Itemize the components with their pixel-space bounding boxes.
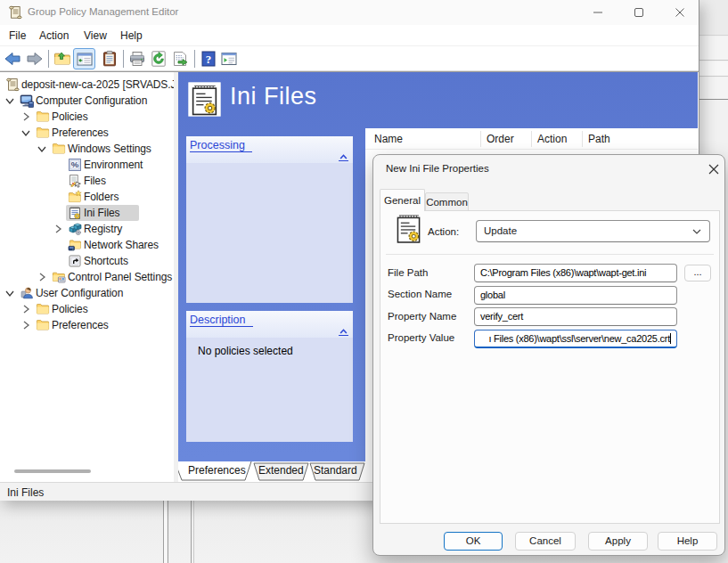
browse-button[interactable]: ... xyxy=(684,265,711,282)
tree-item-label: Files xyxy=(84,175,106,187)
tab-extended[interactable]: Extended xyxy=(258,464,304,477)
back-icon[interactable] xyxy=(4,50,21,68)
column-separator[interactable] xyxy=(531,131,532,147)
menu-action[interactable]: Action xyxy=(39,29,69,42)
tree-item-control-panel-settings[interactable]: Control Panel Settings xyxy=(0,269,174,285)
new-window-icon[interactable] xyxy=(220,50,238,68)
column-separator[interactable] xyxy=(480,131,481,147)
chevron-down-icon[interactable] xyxy=(4,95,15,106)
chevron-right-icon[interactable] xyxy=(20,320,31,330)
menu-view[interactable]: View xyxy=(84,29,107,42)
help-button[interactable]: Help xyxy=(658,532,717,551)
background-window-edge xyxy=(193,501,194,563)
refresh-icon[interactable] xyxy=(150,50,168,68)
processing-link[interactable]: Processing xyxy=(190,139,252,152)
help-icon[interactable]: ? xyxy=(200,50,217,68)
column-name[interactable]: Name xyxy=(374,133,403,145)
forward-icon[interactable] xyxy=(26,50,44,68)
tree-item-preferences[interactable]: Preferences xyxy=(0,317,174,333)
column-separator[interactable] xyxy=(582,131,583,147)
background-right-segment xyxy=(699,0,728,36)
column-path[interactable]: Path xyxy=(588,133,610,145)
console-tree-pane[interactable]: deposit-new-ca-2025 [SRVADS.J Computer C… xyxy=(0,72,174,482)
tab-standard[interactable]: Standard xyxy=(314,464,357,477)
tab-preferences[interactable]: Preferences xyxy=(188,464,246,477)
tree-item-label: Preferences xyxy=(52,126,109,139)
toolbar-separator xyxy=(48,50,49,68)
user-icon xyxy=(20,286,34,300)
chevron-down-icon[interactable] xyxy=(20,127,31,138)
action-label: Action: xyxy=(428,226,459,237)
paste-icon[interactable] xyxy=(101,50,119,68)
description-text: No policies selected xyxy=(198,345,293,357)
property-name-input[interactable]: verify_cert xyxy=(474,307,677,326)
ok-button[interactable]: OK xyxy=(444,532,503,551)
tree-item-preferences[interactable]: Preferences xyxy=(0,125,174,141)
tree-item-label: Preferences xyxy=(52,319,109,331)
background-window-edge xyxy=(191,501,192,563)
chevron-right-icon[interactable] xyxy=(37,272,47,282)
show-console-tree-icon[interactable] xyxy=(73,48,95,69)
menu-help[interactable]: Help xyxy=(120,29,143,42)
tree-item-label: Policies xyxy=(52,303,88,315)
chevron-right-icon[interactable] xyxy=(20,111,31,122)
processing-panel-header: Processing xyxy=(186,136,353,163)
tree-item-label: Shortcuts xyxy=(84,255,128,267)
column-action[interactable]: Action xyxy=(537,133,567,145)
computer-icon xyxy=(20,94,34,108)
apply-button[interactable]: Apply xyxy=(588,532,648,551)
tree-item-policies[interactable]: Policies xyxy=(0,109,174,125)
cancel-button[interactable]: Cancel xyxy=(515,532,576,551)
chevron-down-icon[interactable] xyxy=(37,143,47,154)
chevron-right-icon[interactable] xyxy=(53,224,63,234)
tree-item-policies[interactable]: Policies xyxy=(0,301,174,317)
tree-item-label: Computer Configuration xyxy=(36,94,147,107)
file-path-input[interactable]: C:\Program Files (x86)\wapt\wapt-get.ini xyxy=(474,264,677,282)
tree-item-label: deposit-new-ca-2025 [SRVADS.J xyxy=(21,78,174,91)
tree-item-user-configuration[interactable]: User Configuration xyxy=(0,285,174,301)
description-link[interactable]: Description xyxy=(190,314,253,327)
processing-panel-body xyxy=(186,163,353,303)
minimize-button[interactable] xyxy=(578,0,618,25)
tree-item-registry[interactable]: Registry xyxy=(0,221,174,237)
dialog-tab-common[interactable]: Common xyxy=(425,192,469,211)
app-icon xyxy=(8,5,22,20)
maximize-button[interactable] xyxy=(619,0,658,25)
print-icon[interactable] xyxy=(128,50,146,68)
up-one-level-icon[interactable] xyxy=(53,50,71,68)
tree-item-label: Ini Files xyxy=(84,207,119,219)
close-button[interactable] xyxy=(660,0,699,25)
file-path-value: C:\Program Files (x86)\wapt\wapt-get.ini xyxy=(480,267,646,278)
background-right-segment xyxy=(699,78,728,100)
tree-item-files[interactable]: Files xyxy=(0,173,174,189)
tree-item-shortcuts[interactable]: Shortcuts xyxy=(0,253,174,269)
collapse-chevron-icon[interactable] xyxy=(339,329,348,336)
action-dropdown[interactable]: Update xyxy=(476,220,710,242)
background-right-segment xyxy=(699,37,728,61)
tree-item-ini-files[interactable]: Ini Files xyxy=(0,205,174,221)
tree-item-folders[interactable]: Folders xyxy=(0,189,174,205)
chevron-down-icon[interactable] xyxy=(4,288,15,298)
collapse-chevron-icon[interactable] xyxy=(339,154,348,161)
section-name-input[interactable]: global xyxy=(474,286,677,305)
menu-file[interactable]: File xyxy=(9,29,26,42)
export-list-icon[interactable] xyxy=(171,50,189,68)
tree-item-environment[interactable]: % Environment xyxy=(0,157,174,173)
background-right-segment xyxy=(699,61,728,77)
column-order[interactable]: Order xyxy=(487,133,514,145)
folder-icon xyxy=(36,110,50,124)
dialog-close-button[interactable] xyxy=(704,160,724,178)
tree-item-deposit-new-ca-2025-srvads-j[interactable]: deposit-new-ca-2025 [SRVADS.J xyxy=(0,77,174,93)
tree-horizontal-scrollbar[interactable] xyxy=(14,469,91,473)
file-path-label: File Path xyxy=(388,267,428,278)
chevron-down-icon xyxy=(692,229,701,234)
chevron-right-icon[interactable] xyxy=(20,304,31,314)
section-name-value: global xyxy=(480,290,505,300)
folders-icon xyxy=(68,190,82,204)
tree-item-computer-configuration[interactable]: Computer Configuration xyxy=(0,93,174,109)
list-header: Name Order Action Path xyxy=(365,128,698,150)
tree-item-network-shares[interactable]: Network Shares xyxy=(0,237,174,253)
dialog-tab-general[interactable]: General xyxy=(380,189,425,211)
tree-item-windows-settings[interactable]: Windows Settings xyxy=(0,141,174,157)
property-value-input[interactable]: ı Files (x86)\wapt\ssl\server\new_ca2025… xyxy=(474,330,677,348)
